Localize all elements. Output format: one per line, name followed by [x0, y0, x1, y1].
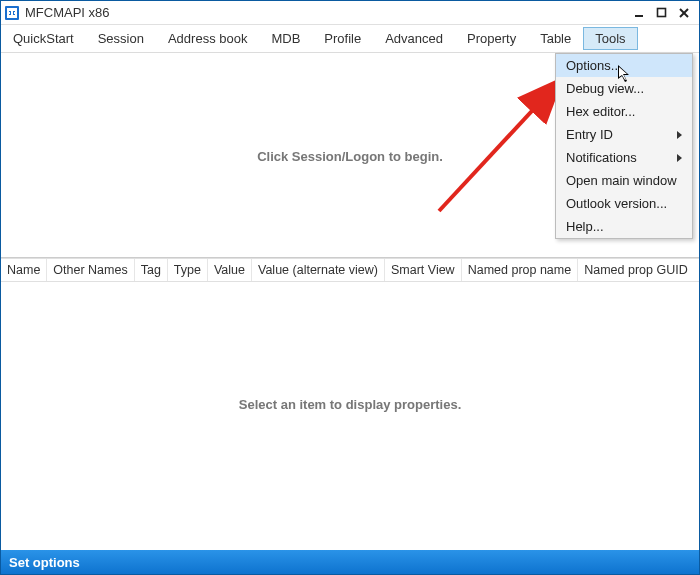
dropdown-item-label: Help...	[566, 219, 604, 234]
svg-rect-0	[635, 15, 643, 17]
column-named-prop-name[interactable]: Named prop name	[462, 259, 579, 281]
chevron-right-icon	[677, 131, 682, 139]
upper-placeholder-text: Click Session/Logon to begin.	[257, 149, 443, 164]
lower-placeholder-text: Select an item to display properties.	[239, 397, 462, 412]
maximize-button[interactable]	[651, 3, 673, 23]
column-smart-view[interactable]: Smart View	[385, 259, 462, 281]
svg-line-5	[439, 85, 556, 211]
maximize-icon	[656, 7, 668, 19]
window-controls	[629, 3, 695, 23]
dropdown-item-label: Outlook version...	[566, 196, 667, 211]
close-icon	[678, 7, 690, 19]
minimize-icon	[634, 7, 646, 19]
dropdown-options[interactable]: Options...	[556, 54, 692, 77]
menu-property[interactable]: Property	[455, 27, 528, 50]
dropdown-item-label: Hex editor...	[566, 104, 635, 119]
dropdown-open-main-window[interactable]: Open main window	[556, 169, 692, 192]
menu-profile[interactable]: Profile	[312, 27, 373, 50]
menu-mdb[interactable]: MDB	[259, 27, 312, 50]
dropdown-item-label: Open main window	[566, 173, 677, 188]
window-title: MFCMAPI x86	[25, 5, 110, 20]
dropdown-entry-id[interactable]: Entry ID	[556, 123, 692, 146]
menu-bar: QuickStart Session Address book MDB Prof…	[1, 25, 699, 53]
column-name[interactable]: Name	[1, 259, 47, 281]
tools-dropdown: Options... Debug view... Hex editor... E…	[555, 53, 693, 239]
lower-pane: Select an item to display properties.	[1, 282, 699, 530]
column-other-names[interactable]: Other Names	[47, 259, 134, 281]
menu-advanced[interactable]: Advanced	[373, 27, 455, 50]
dropdown-item-label: Notifications	[566, 150, 637, 165]
dropdown-help[interactable]: Help...	[556, 215, 692, 238]
dropdown-hex-editor[interactable]: Hex editor...	[556, 100, 692, 123]
column-type[interactable]: Type	[168, 259, 208, 281]
dropdown-item-label: Debug view...	[566, 81, 644, 96]
menu-session[interactable]: Session	[86, 27, 156, 50]
menu-table[interactable]: Table	[528, 27, 583, 50]
column-value-alt[interactable]: Value (alternate view)	[252, 259, 385, 281]
status-bar: Set options	[1, 550, 699, 574]
menu-address-book[interactable]: Address book	[156, 27, 260, 50]
app-icon	[5, 6, 19, 20]
dropdown-debug-view[interactable]: Debug view...	[556, 77, 692, 100]
column-tag[interactable]: Tag	[135, 259, 168, 281]
chevron-right-icon	[677, 154, 682, 162]
dropdown-item-label: Options...	[566, 58, 622, 73]
dropdown-outlook-version[interactable]: Outlook version...	[556, 192, 692, 215]
svg-rect-1	[658, 8, 666, 16]
dropdown-item-label: Entry ID	[566, 127, 613, 142]
status-text: Set options	[9, 555, 80, 570]
column-named-prop-guid[interactable]: Named prop GUID	[578, 259, 694, 281]
menu-tools[interactable]: Tools	[583, 27, 637, 50]
menu-quickstart[interactable]: QuickStart	[1, 27, 86, 50]
title-bar: MFCMAPI x86	[1, 1, 699, 25]
dropdown-notifications[interactable]: Notifications	[556, 146, 692, 169]
minimize-button[interactable]	[629, 3, 651, 23]
close-button[interactable]	[673, 3, 695, 23]
column-value[interactable]: Value	[208, 259, 252, 281]
property-table-header: Name Other Names Tag Type Value Value (a…	[1, 258, 699, 282]
